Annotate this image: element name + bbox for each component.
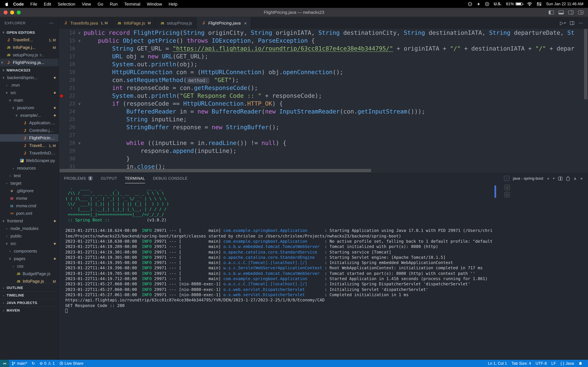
panel-tab-debug-console[interactable]: DEBUG CONSOLE [153,174,187,183]
problems-indicator[interactable]: ⊘ 0 ⚠ 1 [37,361,57,366]
tree-folder-row[interactable]: ›css [0,262,59,270]
wifi-icon[interactable] [527,2,532,6]
tree-file-row[interactable]: JTravelInfoDTO... [0,149,59,157]
tree-file-row[interactable]: JApplication.java [0,119,59,127]
editor[interactable]: 14∨public record FlightPricing(String or… [59,29,588,173]
cursor-position[interactable]: Ln 1, Col 1 [486,361,509,366]
encoding[interactable]: UTF-8 [533,361,549,366]
terminal-instance-icon[interactable]: › [504,192,510,197]
tree-file-row[interactable]: WebScraper.py [0,157,59,164]
panel-tab-output[interactable]: OUTPUT [101,174,117,183]
language-mode[interactable]: { } Java [558,361,576,366]
open-editor-item[interactable]: JSInfoPage.j...M [0,44,59,51]
screen-record-icon[interactable] [485,2,489,6]
close-icon[interactable]: × [244,20,247,26]
editor-scrollbar[interactable] [584,29,587,99]
eol[interactable]: LF [549,361,558,366]
kill-terminal-icon[interactable] [566,176,570,181]
tab-size[interactable]: Tab Size: 4 [509,361,533,366]
terminal-instance-icon[interactable]: › [504,185,510,190]
tree-file-row[interactable]: JSBudgetPage.js [0,270,59,277]
fold-icon[interactable]: ∨ [75,100,84,108]
panel-tab-terminal[interactable]: TERMINAL [125,174,145,183]
minimize-window-button[interactable] [10,10,14,14]
section-maven[interactable]: ›MAVEN [0,306,59,314]
menu-window[interactable]: Window [143,1,165,6]
terminal-scrollbar[interactable] [495,185,496,198]
tree-folder-row[interactable]: ∨pages [0,255,59,262]
git-branch[interactable]: main* [9,361,29,366]
project-header[interactable]: ∨ NWHACKS23 [0,66,59,74]
tree-folder-row[interactable]: ›node_modules [0,225,59,232]
tree-file-row[interactable]: ◆.gitignore [0,187,59,194]
zoom-window-button[interactable] [17,10,21,14]
sparkle-icon[interactable] [477,2,480,6]
toggle-panel-icon[interactable] [558,10,564,14]
live-share-button[interactable]: Live Share [57,361,86,366]
control-center-icon[interactable] [537,2,541,6]
more-actions-button[interactable]: ⋯ [579,20,583,25]
open-editors-header[interactable]: ∨ OPEN EDITORS [0,29,59,36]
tab-setupproxy-js[interactable]: JSsetupProxy.js [155,17,197,29]
notifications-bell[interactable] [576,361,585,366]
tab-flightpricing-java[interactable]: JFlightPricing.java× [197,17,252,29]
tree-file-row[interactable]: Mmvnw.cmd [0,202,59,209]
section-java-projects[interactable]: ›JAVA PROJECTS [0,299,59,306]
breakpoint-dot[interactable] [59,94,64,97]
tree-file-row[interactable]: JFlightPricing.j... [0,134,59,142]
toggle-secondary-sidebar-icon[interactable] [568,10,574,14]
run-button[interactable]: ▷ ▾ [560,20,566,25]
tree-file-row[interactable]: <>pom.xml [0,209,59,217]
tree-file-row[interactable]: Mmvnw [0,194,59,202]
sync-button[interactable]: ↻ [29,361,37,365]
close-icon[interactable]: × [0,60,4,65]
tab-infopage-js[interactable]: JSInfoPage.jsM [112,17,155,29]
tab-travelinfo-java[interactable]: JTravelInfo.java1, M [59,17,112,29]
fold-icon[interactable]: ∨ [75,29,84,37]
split-terminal-icon[interactable] [558,177,563,180]
menu-terminal[interactable]: Terminal [121,1,143,6]
section-outline[interactable]: ›OUTLINE [0,284,59,291]
tree-folder-row[interactable]: ›public [0,232,59,240]
section-timeline[interactable]: ›TIMELINE [0,291,59,299]
panel-tab-problems[interactable]: PROBLEMS1 [64,174,93,183]
explorer-more-icon[interactable]: ⋯ [49,20,54,25]
menu-run[interactable]: Run [107,1,121,6]
new-terminal-button[interactable]: + [547,176,549,181]
battery-indicator[interactable]: 81% [506,2,522,6]
dnd-icon[interactable] [468,2,472,6]
menubar-clock[interactable]: Sun Jan 22 11:46 AM [546,2,583,6]
tree-folder-row[interactable]: ›resources [0,164,59,172]
menu-view[interactable]: View [79,1,94,6]
remote-indicator[interactable]: >< [0,360,9,367]
tree-file-row[interactable]: JSInfoPage.jsM [0,277,59,284]
menu-edit[interactable]: Edit [41,1,54,6]
close-panel-icon[interactable]: × [580,176,583,181]
menu-file[interactable]: File [27,1,41,6]
menu-selection[interactable]: Selection [54,1,79,6]
tree-folder-row[interactable]: ›target [0,179,59,187]
tree-folder-row[interactable]: ∨main [0,96,59,104]
toggle-sidebar-icon[interactable] [549,10,554,14]
apple-menu-icon[interactable] [5,1,8,6]
menu-go[interactable]: Go [94,1,107,6]
input-source-label[interactable]: U.S. [494,2,502,6]
tree-file-row[interactable]: JController.java [0,127,59,134]
tree-folder-row[interactable]: ›.mvn [0,81,59,89]
tree-folder-row[interactable]: ›components [0,247,59,255]
open-editor-item[interactable]: ×JFlightPricing.ja... [0,59,59,66]
open-editor-item[interactable]: JTravelInf...1, M [0,36,59,44]
tree-folder-row[interactable]: ∨java/com [0,104,59,111]
tree-file-row[interactable]: JTravell...1, M [0,142,59,149]
horizontal-scrollbar[interactable] [60,169,371,172]
terminal-dropdown-icon[interactable]: ▾ [553,177,554,180]
tree-folder-row[interactable]: ∨backend/sprin... [0,74,59,81]
tree-folder-row[interactable]: ›test [0,172,59,179]
split-editor-button[interactable] [570,21,574,25]
close-window-button[interactable] [4,10,8,14]
menu-help[interactable]: Help [165,1,181,6]
tree-folder-row[interactable]: ∨src [0,89,59,96]
maximize-panel-icon[interactable]: ∧ [574,176,577,181]
fold-icon[interactable]: ∨ [75,37,84,45]
terminal-profile-label[interactable]: java - spring-boot [513,176,543,181]
